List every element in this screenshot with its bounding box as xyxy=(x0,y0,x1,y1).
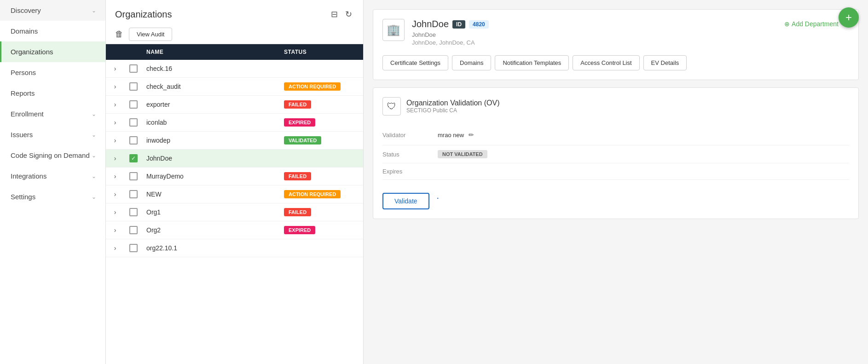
sidebar: Discovery⌄DomainsOrganizationsPersonsRep… xyxy=(0,0,106,364)
org-row-name: check.16 xyxy=(143,65,280,72)
table-header: NAME STATUS xyxy=(106,44,363,60)
chevron-down-icon: ⌄ xyxy=(92,152,96,159)
expand-button[interactable]: › xyxy=(106,101,124,108)
sidebar-item-reports[interactable]: Reports xyxy=(0,83,105,104)
sidebar-item-settings[interactable]: Settings⌄ xyxy=(0,186,105,207)
table-row[interactable]: ›iconlabEXPIRED xyxy=(106,114,363,132)
table-row[interactable]: ›✓JohnDoe xyxy=(106,150,363,168)
table-row[interactable]: ›check.16 xyxy=(106,60,363,78)
row-checkbox[interactable] xyxy=(124,190,143,198)
expand-button[interactable]: › xyxy=(106,65,124,72)
status-badge: EXPIRED xyxy=(284,226,315,234)
sidebar-item-label: Issuers xyxy=(11,131,33,139)
chevron-down-icon: ⌄ xyxy=(92,7,96,14)
notification-templates-button[interactable]: Notification Templates xyxy=(495,55,569,70)
access-control-list-button[interactable]: Access Control List xyxy=(573,55,639,70)
delete-button[interactable]: 🗑 xyxy=(113,28,125,41)
table-row[interactable]: ›Org2EXPIRED xyxy=(106,221,363,239)
row-checkbox[interactable] xyxy=(124,244,143,252)
org-info: JohnDoe ID 4820 JohnDoe JohnDoe, JohnDoe… xyxy=(412,19,777,46)
row-checkbox[interactable] xyxy=(124,118,143,127)
add-circle-icon: ⊕ xyxy=(784,20,790,28)
expand-button[interactable]: › xyxy=(106,208,124,216)
expand-button[interactable]: › xyxy=(106,83,124,90)
org-header: 🏢 JohnDoe ID 4820 JohnDoe JohnDoe, JohnD… xyxy=(382,19,849,46)
expand-button[interactable]: › xyxy=(106,119,124,126)
expand-button[interactable]: › xyxy=(106,191,124,198)
table-rows: ›check.16›check_auditACTION REQUIRED›exp… xyxy=(106,60,363,257)
chevron-down-icon: ⌄ xyxy=(92,111,96,117)
right-panel: 🏢 JohnDoe ID 4820 JohnDoe JohnDoe, JohnD… xyxy=(364,0,868,364)
org-row-name: MurrayDemo xyxy=(143,173,280,180)
col-expand xyxy=(106,49,124,55)
checkbox-box[interactable] xyxy=(129,100,138,109)
sidebar-item-issuers[interactable]: Issuers⌄ xyxy=(0,124,105,145)
sidebar-item-enrollment[interactable]: Enrollment⌄ xyxy=(0,104,105,124)
row-checkbox[interactable] xyxy=(124,136,143,144)
sidebar-item-discovery[interactable]: Discovery⌄ xyxy=(0,0,105,21)
status-badge: FAILED xyxy=(284,100,311,109)
add-department-button[interactable]: ⊕ Add Department xyxy=(784,20,839,28)
checkbox-box[interactable] xyxy=(129,118,138,127)
table-row[interactable]: ›org22.10.1 xyxy=(106,239,363,257)
org-row-name: NEW xyxy=(143,191,280,198)
org-row-name: Org2 xyxy=(143,226,280,234)
checkbox-box[interactable]: ✓ xyxy=(129,154,138,162)
checkbox-box[interactable] xyxy=(129,208,138,216)
checkbox-box[interactable] xyxy=(129,244,138,252)
table-row[interactable]: ›Org1FAILED xyxy=(106,203,363,221)
ev-details-button[interactable]: EV Details xyxy=(643,55,687,70)
list-header: Organizations ⊟ ↻ xyxy=(106,0,363,25)
row-checkbox[interactable] xyxy=(124,172,143,180)
checkbox-box[interactable] xyxy=(129,82,138,91)
org-row-status: FAILED xyxy=(280,172,363,180)
checkbox-box[interactable] xyxy=(129,136,138,144)
row-checkbox[interactable] xyxy=(124,82,143,91)
expand-button[interactable]: › xyxy=(106,137,124,144)
expires-row: Expires xyxy=(382,163,849,180)
table-row[interactable]: ›NEWACTION REQUIRED xyxy=(106,185,363,203)
org-name: JohnDoe xyxy=(412,19,449,29)
table-row[interactable]: ›check_auditACTION REQUIRED xyxy=(106,78,363,96)
cert-settings-button[interactable]: Certificate Settings xyxy=(382,55,448,70)
sidebar-item-code-signing[interactable]: Code Signing on Demand⌄ xyxy=(0,145,105,166)
expand-button[interactable]: › xyxy=(106,244,124,252)
validation-card: 🛡 Organization Validation (OV) SECTIGO P… xyxy=(373,87,859,219)
sidebar-item-persons[interactable]: Persons xyxy=(0,62,105,83)
row-checkbox[interactable] xyxy=(124,226,143,234)
detail-card: 🏢 JohnDoe ID 4820 JohnDoe JohnDoe, JohnD… xyxy=(373,9,859,80)
row-checkbox[interactable] xyxy=(124,208,143,216)
table-row[interactable]: ›MurrayDemoFAILED xyxy=(106,168,363,185)
row-checkbox[interactable] xyxy=(124,64,143,73)
org-row-name: iconlab xyxy=(143,119,280,126)
org-row-status: EXPIRED xyxy=(280,226,363,234)
sidebar-item-label: Settings xyxy=(11,193,35,201)
expand-button[interactable]: › xyxy=(106,173,124,180)
col-status: STATUS xyxy=(280,49,363,55)
action-buttons: Certificate SettingsDomainsNotification … xyxy=(382,55,849,70)
domains-button[interactable]: Domains xyxy=(452,55,491,70)
checkbox-box[interactable] xyxy=(129,172,138,180)
sidebar-item-integrations[interactable]: Integrations⌄ xyxy=(0,166,105,186)
sidebar-item-domains[interactable]: Domains xyxy=(0,21,105,41)
view-audit-button[interactable]: View Audit xyxy=(129,28,172,41)
global-add-button[interactable]: + xyxy=(839,7,859,28)
expand-button[interactable]: › xyxy=(106,155,124,162)
row-checkbox[interactable]: ✓ xyxy=(124,154,143,162)
table-row[interactable]: ›exporterFAILED xyxy=(106,96,363,114)
checkbox-box[interactable] xyxy=(129,64,138,73)
main-content: Organizations ⊟ ↻ 🗑 View Audit NAME STAT… xyxy=(106,0,868,364)
table-row[interactable]: ›inwodepVALIDATED xyxy=(106,132,363,150)
edit-validator-button[interactable]: ✏ xyxy=(467,129,476,140)
validate-button[interactable]: Validate xyxy=(382,193,429,209)
row-checkbox[interactable] xyxy=(124,100,143,109)
checkbox-box[interactable] xyxy=(129,190,138,198)
expand-button[interactable]: › xyxy=(106,226,124,234)
refresh-button[interactable]: ↻ xyxy=(343,7,354,21)
checkbox-box[interactable] xyxy=(129,226,138,234)
org-row-status: EXPIRED xyxy=(280,118,363,127)
expires-label: Expires xyxy=(382,168,438,175)
sidebar-item-organizations[interactable]: Organizations xyxy=(0,41,105,62)
filter-button[interactable]: ⊟ xyxy=(329,7,340,21)
status-badge: ACTION REQUIRED xyxy=(284,82,341,91)
